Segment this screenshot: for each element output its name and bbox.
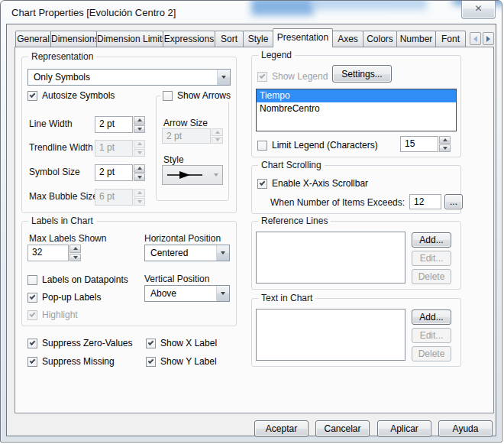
dropdown-button[interactable] [217, 70, 230, 85]
suppress-missing-checkbox[interactable]: Suppress Missing [27, 355, 115, 368]
dropdown-button[interactable] [210, 166, 222, 184]
tab-number[interactable]: Number [396, 31, 436, 47]
max-labels-shown-value[interactable]: 32 [27, 245, 69, 261]
representation-group-label: Representation [28, 51, 96, 63]
accept-button[interactable]: Aceptar [254, 420, 309, 437]
spin-up-button[interactable] [134, 164, 145, 173]
close-button[interactable]: ✕ [461, 1, 496, 19]
arrow-style-combobox[interactable] [162, 165, 223, 185]
spin-down-icon [137, 176, 142, 179]
vertical-position-combobox[interactable]: Above [144, 285, 230, 302]
checkbox-box [257, 179, 267, 189]
spin-buttons [134, 189, 145, 206]
spin-up-button[interactable] [439, 136, 451, 144]
spin-up-button [134, 140, 145, 148]
dropdown-button[interactable] [216, 286, 229, 301]
checkbox-label: Show X Label [160, 338, 217, 348]
legend-item[interactable]: NombreCentro [257, 102, 456, 115]
limit-legend-spinner[interactable]: 15 [400, 136, 451, 152]
limit-legend-value[interactable]: 15 [400, 136, 438, 152]
line-width-spinner[interactable]: 2 pt [95, 116, 145, 133]
presentation-tab-page: Representation Only Symbols Autosize Sym… [15, 47, 494, 413]
checkbox-label: Show Arrows [177, 90, 231, 101]
popup-labels-checkbox[interactable]: Pop-up Labels [27, 291, 101, 303]
dropdown-button[interactable] [216, 245, 229, 261]
check-icon [260, 180, 266, 186]
limit-legend-checkbox[interactable]: Limit Legend (Characters) [257, 139, 378, 151]
spin-down-button[interactable] [134, 173, 145, 182]
spin-down-icon [137, 151, 142, 154]
text-in-chart-listbox[interactable] [256, 309, 405, 361]
spin-down-icon [137, 128, 142, 131]
tab-sort[interactable]: Sort [215, 31, 244, 47]
spin-buttons [439, 136, 451, 152]
checkbox-label: Suppress Zero-Values [42, 338, 133, 348]
legend-listbox[interactable]: Tiempo NombreCentro [256, 89, 457, 131]
arrow-left-icon [473, 36, 477, 42]
horizontal-position-value: Centered [145, 245, 216, 261]
checkbox-label: Show Legend [272, 71, 328, 82]
text-in-chart-group-label: Text in Chart [258, 293, 315, 304]
enable-x-axis-scrollbar-checkbox[interactable]: Enable X-Axis Scrollbar [257, 177, 368, 190]
suppress-zero-values-checkbox[interactable]: Suppress Zero-Values [27, 337, 133, 349]
legend-settings-button[interactable]: Settings... [332, 65, 392, 83]
arrow-size-spinner: 2 pt [162, 128, 223, 144]
spin-down-button [212, 137, 223, 144]
tab-dimensions[interactable]: Dimensions [50, 31, 97, 47]
text-in-chart-add-button[interactable]: Add... [412, 310, 451, 325]
check-icon [148, 339, 154, 345]
tab-presentation[interactable]: Presentation [273, 28, 333, 47]
spin-up-button [212, 128, 223, 136]
tab-colors[interactable]: Colors [363, 31, 397, 47]
spin-down-button[interactable] [439, 144, 451, 152]
spin-up-button[interactable] [69, 245, 81, 253]
show-arrows-checkbox[interactable]: Show Arrows [160, 89, 233, 102]
arrow-style-label: Style [163, 154, 184, 166]
check-icon [30, 92, 36, 98]
spin-buttons [134, 116, 145, 133]
help-button[interactable]: Ayuda [438, 420, 493, 437]
horizontal-position-combobox[interactable]: Centered [144, 245, 230, 261]
line-width-value[interactable]: 2 pt [95, 116, 133, 133]
tab-scroll-left-button[interactable] [470, 32, 481, 45]
representation-mode-combobox[interactable]: Only Symbols [27, 69, 231, 86]
max-bubble-size-spinner: 6 pt [95, 189, 145, 206]
reference-lines-add-button[interactable]: Add... [412, 232, 451, 248]
spin-up-button[interactable] [134, 116, 145, 125]
max-labels-shown-label: Max Labels Shown [29, 233, 106, 245]
tab-axes[interactable]: Axes [332, 31, 363, 47]
glass-reflection [251, 1, 314, 15]
spin-up-button [134, 189, 145, 197]
dialog-body: General Dimensions Dimension Limits Expr… [6, 24, 496, 436]
legend-item[interactable]: Tiempo [257, 89, 456, 102]
items-exceed-input[interactable]: 12 [409, 194, 441, 209]
tab-general[interactable]: General [15, 31, 51, 47]
items-exceed-browse-button[interactable]: ... [444, 194, 463, 209]
tab-font[interactable]: Font [435, 31, 466, 47]
spin-buttons [69, 245, 81, 261]
spin-down-button[interactable] [69, 254, 81, 262]
tab-dimension-limits[interactable]: Dimension Limits [96, 31, 163, 47]
apply-button[interactable]: Aplicar [377, 420, 431, 437]
show-y-label-checkbox[interactable]: Show Y Label [146, 355, 217, 368]
cancel-button[interactable]: Cancelar [315, 420, 370, 437]
arrow-size-value: 2 pt [162, 128, 211, 144]
tab-scroll-right-button[interactable] [483, 32, 494, 45]
tab-expressions[interactable]: Expressions [163, 31, 215, 47]
checkbox-label: Suppress Missing [42, 356, 115, 367]
show-x-label-checkbox[interactable]: Show X Label [146, 337, 217, 349]
arrow-style-icon [163, 170, 210, 180]
tab-strip: General Dimensions Dimension Limits Expr… [15, 28, 494, 47]
titlebar[interactable]: Chart Properties [Evolución Centro 2] [1, 1, 502, 24]
tab-style[interactable]: Style [243, 31, 273, 47]
spin-down-icon [137, 200, 142, 203]
symbol-size-spinner[interactable]: 2 pt [95, 164, 145, 181]
spin-down-button[interactable] [134, 125, 145, 134]
symbol-size-value[interactable]: 2 pt [95, 164, 133, 181]
autosize-symbols-checkbox[interactable]: Autosize Symbols [27, 89, 115, 102]
reference-lines-listbox[interactable] [256, 232, 405, 284]
max-labels-shown-spinner[interactable]: 32 [27, 245, 81, 261]
window-title: Chart Properties [Evolución Centro 2] [11, 7, 176, 18]
spin-up-icon [137, 142, 142, 145]
labels-on-datapoints-checkbox[interactable]: Labels on Datapoints [27, 274, 128, 286]
